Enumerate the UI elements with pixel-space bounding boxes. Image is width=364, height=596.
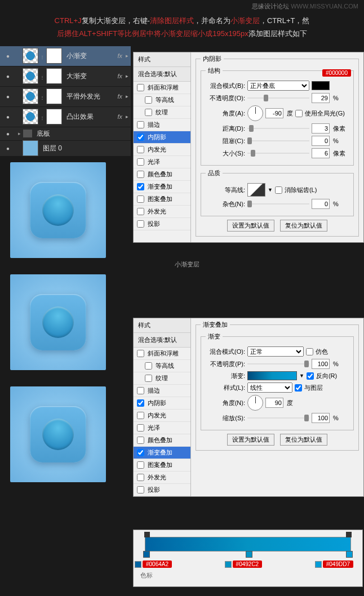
layer-name[interactable]: 大渐变: [62, 72, 114, 81]
fx-expand-icon[interactable]: ▸: [126, 94, 131, 99]
angle-input[interactable]: [265, 398, 283, 408]
layer-row-extrude[interactable]: ⋮ 凸出效果 fx ▸: [0, 107, 131, 127]
style-gradient-overlay[interactable]: 渐变叠加: [134, 447, 190, 459]
layer-thumb[interactable]: [23, 88, 38, 104]
make-default-button[interactable]: 设置为默认值: [227, 220, 274, 232]
style-checkbox[interactable]: [145, 375, 152, 382]
layer-row-small-gradient[interactable]: ⋮ 小渐变 fx ▸: [0, 46, 131, 66]
style-pattern-overlay[interactable]: 图案叠加: [134, 193, 190, 206]
style-texture[interactable]: 纹理: [134, 106, 190, 119]
make-default-button[interactable]: 设置为默认值: [227, 434, 274, 446]
choke-input[interactable]: [312, 136, 330, 146]
size-input[interactable]: [312, 148, 330, 158]
angle-dial[interactable]: [247, 395, 263, 411]
style-checkbox[interactable]: [137, 412, 144, 419]
angle-dial[interactable]: [247, 105, 263, 121]
scale-input[interactable]: [312, 413, 330, 423]
style-contour[interactable]: 等高线: [134, 360, 190, 372]
style-inner-shadow[interactable]: 内阴影: [134, 131, 190, 144]
style-color-overlay[interactable]: 颜色叠加: [134, 168, 190, 181]
align-checkbox[interactable]: [295, 384, 302, 392]
opacity-input[interactable]: [312, 93, 330, 103]
layer-thumb[interactable]: [23, 109, 38, 124]
visibility-icon[interactable]: [6, 113, 10, 120]
noise-slider[interactable]: [247, 199, 309, 208]
layer-row-smooth-glow[interactable]: ⋮ 平滑外发光 fx ▸: [0, 87, 131, 107]
scale-slider[interactable]: [247, 413, 309, 422]
style-checkbox[interactable]: [137, 134, 144, 141]
style-checkbox[interactable]: [137, 84, 144, 91]
folder-name[interactable]: 底板: [32, 129, 131, 139]
mask-thumb[interactable]: [46, 88, 62, 104]
visibility-icon[interactable]: [6, 52, 10, 59]
fx-indicator[interactable]: fx: [114, 52, 126, 59]
style-outer-glow[interactable]: 外发光: [134, 206, 190, 218]
style-texture[interactable]: 纹理: [134, 372, 190, 385]
style-gradient-overlay[interactable]: 渐变叠加: [134, 181, 190, 193]
blend-options-header[interactable]: 混合选项:默认: [134, 333, 190, 348]
fx-indicator[interactable]: fx: [114, 73, 126, 79]
blend-mode-select[interactable]: 正常: [247, 346, 304, 357]
style-checkbox[interactable]: [137, 474, 144, 481]
blend-mode-select[interactable]: 正片叠底: [247, 81, 309, 91]
visibility-icon[interactable]: [6, 145, 10, 152]
style-outer-glow[interactable]: 外发光: [134, 472, 190, 484]
style-checkbox[interactable]: [137, 350, 144, 357]
gradient-style-select[interactable]: 线性: [247, 382, 292, 393]
style-bevel[interactable]: 斜面和浮雕: [134, 348, 190, 360]
style-checkbox[interactable]: [137, 183, 144, 190]
reset-default-button[interactable]: 复位为默认值: [280, 434, 327, 446]
style-checkbox[interactable]: [137, 424, 144, 432]
layer-folder[interactable]: ▸ 底板: [0, 127, 131, 141]
style-checkbox[interactable]: [145, 109, 152, 116]
style-checkbox[interactable]: [145, 96, 152, 104]
layer-thumb[interactable]: [23, 48, 38, 64]
style-checkbox[interactable]: [137, 220, 144, 228]
layer-thumb[interactable]: [23, 140, 38, 156]
style-checkbox[interactable]: [145, 362, 152, 370]
layer-name[interactable]: 平滑外发光: [62, 92, 114, 101]
style-checkbox[interactable]: [137, 449, 144, 456]
style-inner-glow[interactable]: 内发光: [134, 144, 190, 156]
size-slider[interactable]: [247, 149, 309, 158]
style-pattern-overlay[interactable]: 图案叠加: [134, 459, 190, 472]
style-checkbox[interactable]: [137, 486, 144, 493]
style-checkbox[interactable]: [137, 195, 144, 203]
style-satin[interactable]: 光泽: [134, 156, 190, 168]
antialias-checkbox[interactable]: [275, 186, 282, 194]
layer-row-background[interactable]: 图层 0: [0, 141, 131, 157]
blend-options-header[interactable]: 混合选项:默认: [134, 67, 190, 82]
style-satin[interactable]: 光泽: [134, 422, 190, 434]
style-checkbox[interactable]: [137, 146, 144, 153]
noise-input[interactable]: [312, 199, 330, 209]
layer-name[interactable]: 小渐变: [62, 51, 114, 61]
style-stroke[interactable]: 描边: [134, 385, 190, 397]
style-bevel[interactable]: 斜面和浮雕: [134, 82, 190, 94]
opacity-slider[interactable]: [247, 359, 309, 368]
fx-indicator[interactable]: fx: [114, 113, 126, 120]
style-contour[interactable]: 等高线: [134, 94, 190, 106]
choke-slider[interactable]: [247, 136, 309, 145]
mask-thumb[interactable]: [46, 48, 62, 64]
style-checkbox[interactable]: [137, 171, 144, 178]
visibility-icon[interactable]: [6, 130, 10, 137]
distance-input[interactable]: [312, 123, 330, 134]
fx-expand-icon[interactable]: ▸: [126, 53, 131, 59]
style-drop-shadow[interactable]: 投影: [134, 484, 190, 495]
mask-thumb[interactable]: [46, 68, 62, 84]
style-checkbox[interactable]: [137, 208, 144, 215]
style-inner-shadow[interactable]: 内阴影: [134, 397, 190, 410]
fx-indicator[interactable]: fx: [114, 93, 126, 100]
style-checkbox[interactable]: [137, 121, 144, 128]
contour-picker[interactable]: [247, 183, 265, 197]
color-swatch[interactable]: [312, 81, 330, 90]
style-checkbox[interactable]: [137, 461, 144, 469]
style-drop-shadow[interactable]: 投影: [134, 218, 190, 230]
dither-checkbox[interactable]: [306, 348, 313, 355]
reverse-checkbox[interactable]: [307, 372, 314, 380]
reset-default-button[interactable]: 复位为默认值: [280, 220, 327, 232]
distance-slider[interactable]: [247, 124, 309, 133]
fx-expand-icon[interactable]: ▸: [126, 114, 131, 119]
layer-row-big-gradient[interactable]: ⋮ 大渐变 fx ▸: [0, 66, 131, 87]
style-checkbox[interactable]: [137, 437, 144, 444]
